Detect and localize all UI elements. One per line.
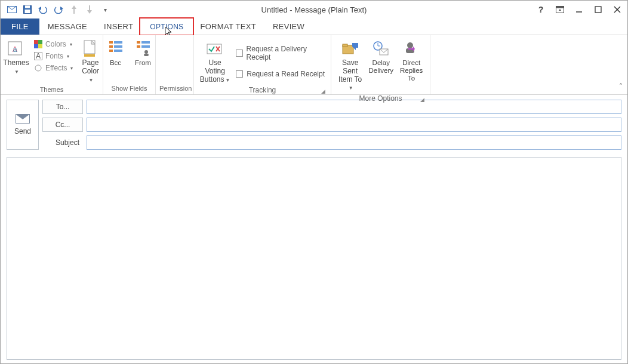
fonts-icon: A bbox=[33, 51, 43, 61]
message-body[interactable] bbox=[7, 157, 621, 360]
effects-label: Effects bbox=[45, 64, 67, 72]
cc-button[interactable]: Cc... bbox=[42, 118, 83, 132]
group-label-show-fields: Show Fields bbox=[107, 84, 152, 94]
checkbox-icon bbox=[236, 70, 243, 78]
theme-colors-button[interactable]: Colors▾ bbox=[32, 39, 75, 50]
group-label-more-options: More Options ◢ bbox=[335, 93, 426, 105]
group-label-tracking: Tracking ◢ bbox=[198, 85, 327, 97]
svg-rect-38 bbox=[141, 45, 150, 48]
svg-rect-19 bbox=[34, 40, 38, 44]
themes-icon: Aa bbox=[7, 39, 26, 58]
svg-point-25 bbox=[35, 65, 41, 71]
envelope-icon bbox=[16, 114, 30, 124]
mail-icon[interactable] bbox=[7, 4, 17, 15]
send-label: Send bbox=[14, 127, 31, 135]
colors-icon bbox=[33, 39, 43, 49]
save-icon[interactable] bbox=[22, 4, 33, 15]
previous-item-icon bbox=[69, 4, 79, 15]
ribbon: Aa Themes▼ Colors▾ A Fonts▾ Effe bbox=[1, 35, 627, 95]
redo-icon[interactable] bbox=[53, 4, 64, 15]
undo-icon[interactable] bbox=[38, 4, 48, 15]
delay-icon bbox=[371, 39, 390, 58]
svg-marker-6 bbox=[72, 5, 76, 14]
svg-rect-9 bbox=[556, 7, 564, 8]
maximize-icon[interactable] bbox=[592, 4, 605, 15]
tab-review[interactable]: REVIEW bbox=[264, 18, 313, 35]
effects-icon bbox=[33, 63, 43, 73]
page-color-label: Page Color▼ bbox=[79, 59, 101, 84]
svg-rect-45 bbox=[343, 44, 347, 47]
tab-insert[interactable]: INSERT bbox=[96, 18, 141, 35]
bcc-button[interactable]: Bcc bbox=[104, 38, 128, 68]
message-header: Send To... Cc... Subject bbox=[7, 100, 621, 150]
svg-rect-20 bbox=[38, 40, 42, 44]
svg-rect-40 bbox=[144, 54, 149, 56]
svg-rect-29 bbox=[109, 41, 113, 44]
collapse-ribbon-icon[interactable]: ˄ bbox=[619, 82, 623, 91]
use-voting-buttons[interactable]: Use Voting Buttons▼ bbox=[198, 38, 232, 85]
group-label-permission: Permission bbox=[159, 84, 190, 94]
subject-input[interactable] bbox=[87, 135, 621, 150]
themes-button[interactable]: Aa Themes▼ bbox=[4, 38, 28, 76]
svg-point-51 bbox=[407, 42, 413, 48]
themes-label: Themes▼ bbox=[3, 59, 29, 75]
svg-rect-31 bbox=[109, 50, 113, 52]
group-tracking: Use Voting Buttons▼ Request a Delivery R… bbox=[194, 35, 331, 94]
read-receipt-checkbox[interactable]: Request a Read Receipt bbox=[236, 69, 327, 79]
direct-replies-button[interactable]: Direct Replies To bbox=[396, 38, 426, 84]
delay-label: Delay Delivery bbox=[369, 59, 394, 75]
use-voting-label: Use Voting Buttons▼ bbox=[199, 59, 231, 84]
group-permission: Permission bbox=[156, 35, 194, 94]
page-color-icon bbox=[81, 39, 100, 58]
svg-marker-10 bbox=[559, 9, 561, 11]
direct-replies-label: Direct Replies To bbox=[398, 59, 425, 83]
delivery-receipt-checkbox[interactable]: Request a Delivery Receipt bbox=[236, 44, 327, 63]
svg-rect-12 bbox=[595, 7, 601, 13]
save-sent-item-button[interactable]: Save Sent Item To▼ bbox=[335, 38, 365, 93]
cc-input[interactable] bbox=[87, 118, 621, 132]
page-color-button[interactable]: Page Color▼ bbox=[78, 38, 102, 85]
svg-rect-22 bbox=[38, 44, 42, 48]
svg-text:A: A bbox=[36, 52, 41, 60]
app-window: ▾ Untitled - Message (Plain Text) ? FILE… bbox=[0, 0, 628, 364]
title-bar: ▾ Untitled - Message (Plain Text) ? bbox=[1, 1, 627, 18]
svg-rect-21 bbox=[34, 44, 38, 48]
qat-customize-icon[interactable]: ▾ bbox=[100, 4, 110, 15]
ribbon-display-icon[interactable] bbox=[553, 4, 567, 15]
svg-rect-30 bbox=[109, 45, 113, 48]
tab-options[interactable]: OPTIONS bbox=[141, 18, 192, 35]
direct-replies-icon bbox=[402, 39, 421, 58]
colors-label: Colors bbox=[45, 40, 66, 48]
svg-rect-34 bbox=[114, 50, 122, 52]
svg-rect-2 bbox=[25, 6, 30, 8]
tab-format-text[interactable]: FORMAT TEXT bbox=[192, 18, 264, 35]
svg-text:a: a bbox=[13, 45, 17, 54]
window-controls: ? bbox=[534, 4, 624, 15]
from-button[interactable]: From bbox=[131, 38, 155, 68]
read-receipt-label: Request a Read Receipt bbox=[247, 70, 325, 78]
to-button[interactable]: To... bbox=[42, 100, 83, 114]
dialog-launcher-icon[interactable]: ◢ bbox=[320, 88, 326, 94]
svg-point-39 bbox=[144, 50, 148, 54]
delivery-receipt-label: Request a Delivery Receipt bbox=[247, 45, 327, 61]
svg-rect-32 bbox=[114, 41, 122, 44]
delay-delivery-button[interactable]: Delay Delivery bbox=[369, 38, 393, 76]
minimize-icon[interactable] bbox=[572, 4, 586, 15]
tab-message[interactable]: MESSAGE bbox=[39, 18, 96, 35]
close-icon[interactable] bbox=[611, 4, 624, 15]
group-themes: Aa Themes▼ Colors▾ A Fonts▾ Effe bbox=[1, 35, 103, 94]
dialog-launcher-icon[interactable]: ◢ bbox=[419, 97, 425, 103]
help-icon[interactable]: ? bbox=[534, 4, 547, 15]
svg-rect-35 bbox=[137, 41, 140, 44]
theme-effects-button[interactable]: Effects▾ bbox=[32, 63, 75, 73]
from-icon bbox=[134, 39, 153, 58]
ribbon-tabs: FILE MESSAGE INSERT OPTIONS FORMAT TEXT … bbox=[1, 18, 627, 35]
subject-label: Subject bbox=[42, 135, 83, 150]
tab-file[interactable]: FILE bbox=[1, 18, 39, 35]
theme-fonts-button[interactable]: A Fonts▾ bbox=[32, 51, 75, 61]
save-sent-icon bbox=[341, 39, 360, 58]
svg-rect-3 bbox=[25, 10, 30, 13]
voting-icon bbox=[205, 39, 224, 58]
window-title: Untitled - Message (Plain Text) bbox=[261, 5, 367, 14]
send-button[interactable]: Send bbox=[7, 100, 39, 150]
